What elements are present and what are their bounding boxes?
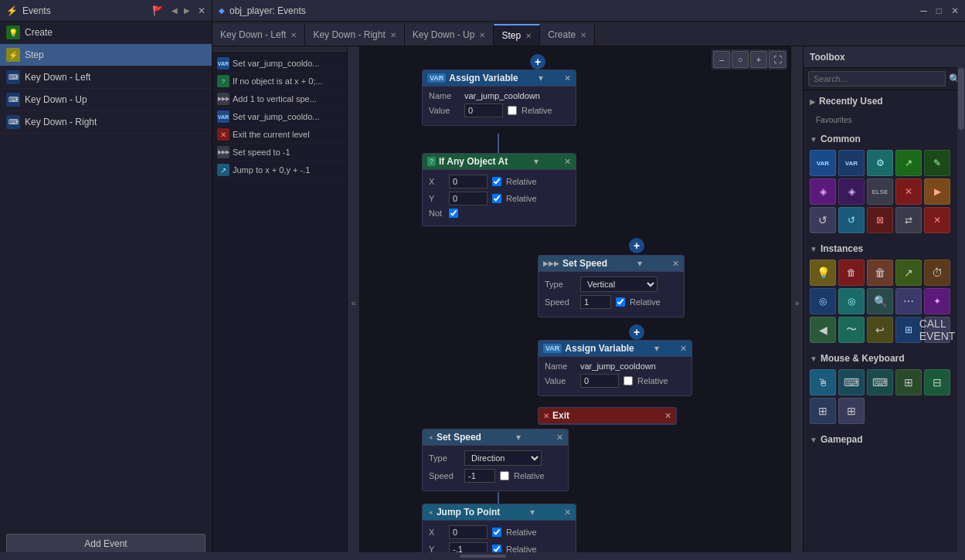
obj-window-close[interactable]: ✕ — [951, 5, 959, 16]
add-event-button[interactable]: Add Event — [6, 534, 206, 554]
mouse-tool-icon[interactable]: 🖱 — [810, 369, 836, 395]
assign-var-1-value-input[interactable] — [464, 104, 503, 117]
execute-code-tool-icon[interactable]: ⚙ — [867, 150, 893, 176]
set-speed-1-close[interactable]: ✕ — [672, 259, 679, 269]
tab-keydown-right-close[interactable]: ✕ — [390, 31, 396, 39]
exit-tool-icon[interactable]: ✕ — [895, 178, 922, 205]
set-speed-1-speed-input[interactable] — [580, 295, 611, 309]
obj-window-minimize[interactable]: ─ — [920, 5, 927, 16]
if-any-object-close[interactable]: ✕ — [564, 157, 571, 167]
create-instance-tool-icon[interactable]: 💡 — [810, 260, 836, 286]
jump-expand[interactable]: ◄ — [427, 509, 433, 516]
action-set-speed[interactable]: ▶▶▶ Set speed to -1 — [212, 144, 347, 161]
event-item-step[interactable]: ⚡ Step — [0, 44, 212, 66]
if-any-object-x-input[interactable] — [449, 175, 488, 188]
toolbox-scrollbar-thumb[interactable] — [958, 68, 964, 130]
while-tool-icon[interactable]: ↺ — [838, 207, 865, 233]
destroy-tool-icon[interactable]: 🗑 — [838, 260, 865, 286]
tab-keydown-right[interactable]: Key Down - Right ✕ — [305, 24, 404, 46]
plus-button-1[interactable]: + — [530, 54, 545, 70]
spawn-tool-icon[interactable]: ✦ — [924, 288, 950, 314]
toolbox-search-input[interactable] — [808, 71, 946, 87]
assign-var-2-value-input[interactable] — [580, 374, 619, 388]
set-speed-2-relative-checkbox[interactable] — [500, 471, 509, 480]
assign-var-2-arrow[interactable]: ▾ — [654, 343, 659, 354]
collapse-right-button[interactable]: » — [790, 46, 803, 560]
keyboard-tool-icon[interactable]: ⌨ — [838, 369, 865, 395]
toolbox-common-header[interactable]: ▼ Common — [804, 131, 965, 147]
set-speed-1-arrow[interactable]: ▾ — [637, 258, 642, 269]
assign-var-1-close[interactable]: ✕ — [564, 73, 571, 83]
event-item-keydown-right[interactable]: ⌨ Key Down - Right — [0, 111, 212, 134]
assign-var-1-arrow[interactable]: ▾ — [539, 73, 543, 83]
else-tool-icon[interactable]: ELSE — [867, 178, 893, 205]
keyboard2-tool-icon[interactable]: ⌨ — [867, 369, 893, 395]
event-item-create[interactable]: 💡 Create — [0, 22, 212, 44]
action-set-var-1[interactable]: VAR Set var_jump_cooldo... — [212, 55, 347, 73]
toolbox-instances-header[interactable]: ▼ Instances — [804, 241, 965, 256]
switch-tool-icon[interactable]: ⇄ — [895, 207, 922, 233]
action-exit[interactable]: ✕ Exit the current level — [212, 126, 347, 144]
timer-tool-icon[interactable]: ⏱ — [924, 260, 950, 286]
events-panel-flag[interactable]: 🚩 — [152, 5, 164, 16]
pick-tool-icon[interactable]: ◎ — [810, 288, 836, 314]
toolbox-recently-used-header[interactable]: ▶ Recently Used — [804, 93, 965, 109]
plus-connector-3[interactable]: + — [629, 324, 644, 340]
assign-var-1-relative-checkbox[interactable] — [508, 106, 517, 115]
keyup-tool-icon[interactable]: ⊟ — [924, 369, 950, 395]
jump-arrow[interactable]: ▾ — [530, 507, 535, 518]
tab-create-close[interactable]: ✕ — [580, 31, 586, 39]
events-panel-arrow-right[interactable]: ▶ — [184, 6, 190, 15]
toolbox-scrollbar[interactable] — [957, 53, 965, 560]
set-speed-2-expand[interactable]: ◄ — [427, 434, 433, 441]
events-panel-close[interactable]: ✕ — [198, 5, 206, 16]
assign-var-2-relative-checkbox[interactable] — [624, 376, 633, 385]
plus-button-2[interactable]: + — [629, 238, 644, 253]
jump-x-relative[interactable] — [492, 528, 501, 537]
jump-x-input[interactable] — [449, 525, 488, 539]
collision2-tool-icon[interactable]: ◈ — [838, 178, 865, 205]
find-tool-icon[interactable]: 🔍 — [867, 288, 893, 314]
call-event-tool-icon[interactable]: CALLEVENT — [924, 317, 950, 343]
tab-keydown-up[interactable]: Key Down - Up ✕ — [405, 24, 494, 46]
tab-keydown-up-close[interactable]: ✕ — [479, 31, 485, 39]
tab-create[interactable]: Create ✕ — [540, 24, 595, 46]
if-any-object-y-relative[interactable] — [492, 194, 501, 203]
if-any-object-y-input[interactable] — [449, 192, 488, 205]
assign-var-2-close[interactable]: ✕ — [680, 344, 687, 354]
exit-close[interactable]: ✕ — [664, 411, 671, 421]
wave-tool-icon[interactable]: 〜 — [838, 317, 865, 343]
repeat-tool-icon[interactable]: ↺ — [810, 207, 836, 233]
destroy2-tool-icon[interactable]: 🗑 — [867, 260, 893, 286]
if-any-object-arrow[interactable]: ▾ — [534, 156, 539, 167]
set-speed-1-relative-checkbox[interactable] — [616, 297, 625, 307]
move-tool-icon[interactable]: ↗ — [895, 260, 922, 286]
get-var-tool-icon[interactable]: VAR — [838, 150, 865, 176]
pac-tool-icon[interactable]: ◀ — [810, 317, 836, 343]
set-speed-2-type-select[interactable]: Direction Vertical — [464, 450, 542, 466]
tab-keydown-left[interactable]: Key Down - Left ✕ — [212, 24, 305, 46]
jump-close[interactable]: ✕ — [564, 507, 571, 518]
call-function-tool-icon[interactable]: ↗ — [895, 150, 922, 176]
set-speed-1-type-select[interactable]: Vertical Direction — [580, 277, 657, 292]
event-item-keydown-left[interactable]: ⌨ Key Down - Left — [0, 66, 212, 89]
toolbox-mouse-keyboard-header[interactable]: ▼ Mouse & Keyboard — [804, 351, 965, 366]
if-any-object-not-checkbox[interactable] — [449, 209, 458, 218]
bounce-tool-icon[interactable]: ↩ — [867, 317, 893, 343]
diagram-area[interactable]: – ○ + ⛶ + VAR Assign Variable — [360, 46, 790, 560]
events-panel-arrow-left[interactable]: ◀ — [172, 6, 178, 15]
collision-tool-icon[interactable]: ◈ — [810, 178, 836, 205]
set-speed-2-arrow[interactable]: ▾ — [516, 432, 521, 443]
toolbox-gamepad-header[interactable]: ▼ Gamepad — [804, 432, 965, 447]
toolbox-favourites-header[interactable]: Favourites — [804, 114, 965, 127]
play-tool-icon[interactable]: ▶ — [924, 178, 950, 205]
toolbox-bottom-scroll[interactable] — [803, 552, 965, 560]
assign-var-tool-icon[interactable]: VAR — [810, 150, 836, 176]
keyboard-grid-tool-icon[interactable]: ⊞ — [810, 398, 836, 424]
action-jump[interactable]: ↗ Jump to x + 0,y + -.1 — [212, 161, 347, 179]
pick2-tool-icon[interactable]: ◎ — [838, 288, 865, 314]
if-any-object-x-relative[interactable] — [492, 177, 501, 186]
plus-button-3[interactable]: + — [629, 324, 644, 340]
grid-tool-icon[interactable]: ⊞ — [895, 317, 922, 343]
tab-step[interactable]: Step ✕ — [494, 24, 540, 46]
